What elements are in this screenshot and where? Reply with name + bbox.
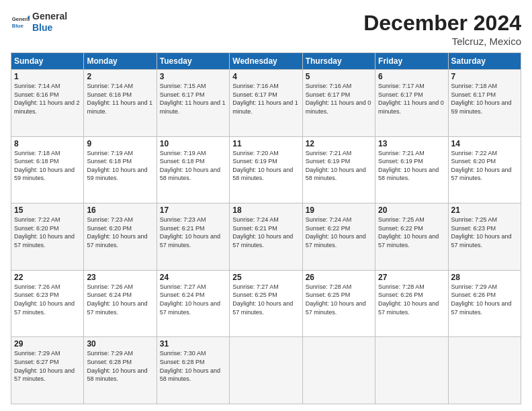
day-info: Sunrise: 7:24 AMSunset: 6:21 PMDaylight:… xyxy=(232,216,293,248)
day-info: Sunrise: 7:26 AMSunset: 6:24 PMDaylight:… xyxy=(87,283,147,316)
day-info: Sunrise: 7:27 AMSunset: 6:25 PMDaylight:… xyxy=(232,283,293,316)
day-cell-21: 21 Sunrise: 7:25 AMSunset: 6:23 PMDaylig… xyxy=(448,203,521,271)
title-block: December 2024 Telcruz, Mexico xyxy=(363,11,521,47)
weekday-header-saturday: Saturday xyxy=(448,53,521,70)
day-number: 13 xyxy=(378,139,445,148)
day-number: 20 xyxy=(378,205,445,215)
day-number: 10 xyxy=(160,139,226,148)
day-cell-3: 3 Sunrise: 7:15 AMSunset: 6:17 PMDayligh… xyxy=(157,70,229,137)
day-info: Sunrise: 7:19 AMSunset: 6:18 PMDaylight:… xyxy=(87,150,147,182)
day-number: 8 xyxy=(14,139,81,148)
day-info: Sunrise: 7:14 AMSunset: 6:16 PMDaylight:… xyxy=(14,83,80,115)
day-info: Sunrise: 7:28 AMSunset: 6:25 PMDaylight:… xyxy=(306,283,366,316)
day-cell-25: 25 Sunrise: 7:27 AMSunset: 6:25 PMDaylig… xyxy=(230,270,302,337)
day-info: Sunrise: 7:25 AMSunset: 6:23 PMDaylight:… xyxy=(451,216,512,248)
day-number: 30 xyxy=(87,339,153,349)
day-number: 6 xyxy=(378,72,445,81)
weekday-header-sunday: Sunday xyxy=(11,53,84,70)
day-cell-26: 26 Sunrise: 7:28 AMSunset: 6:25 PMDaylig… xyxy=(302,270,375,337)
week-row-4: 22 Sunrise: 7:26 AMSunset: 6:23 PMDaylig… xyxy=(11,270,521,337)
day-cell-24: 24 Sunrise: 7:27 AMSunset: 6:24 PMDaylig… xyxy=(157,270,229,337)
day-info: Sunrise: 7:24 AMSunset: 6:22 PMDaylight:… xyxy=(306,216,366,248)
day-number: 21 xyxy=(451,205,518,215)
header: General Blue General Blue December 2024 … xyxy=(11,11,521,47)
day-cell-22: 22 Sunrise: 7:26 AMSunset: 6:23 PMDaylig… xyxy=(11,270,84,337)
day-cell-8: 8 Sunrise: 7:18 AMSunset: 6:18 PMDayligh… xyxy=(11,136,84,203)
day-number: 18 xyxy=(232,205,299,215)
day-info: Sunrise: 7:22 AMSunset: 6:20 PMDaylight:… xyxy=(451,150,512,182)
day-cell-19: 19 Sunrise: 7:24 AMSunset: 6:22 PMDaylig… xyxy=(302,203,375,271)
day-number: 16 xyxy=(87,205,153,215)
day-info: Sunrise: 7:15 AMSunset: 6:17 PMDaylight:… xyxy=(160,83,226,115)
day-number: 25 xyxy=(232,273,299,282)
day-number: 7 xyxy=(451,72,518,81)
day-info: Sunrise: 7:21 AMSunset: 6:19 PMDaylight:… xyxy=(378,150,439,182)
day-number: 14 xyxy=(451,139,518,148)
logo: General Blue General Blue xyxy=(11,11,67,34)
day-cell-4: 4 Sunrise: 7:16 AMSunset: 6:17 PMDayligh… xyxy=(230,70,302,137)
day-number: 9 xyxy=(87,139,153,148)
day-cell-29: 29 Sunrise: 7:29 AMSunset: 6:27 PMDaylig… xyxy=(11,337,84,404)
day-cell-23: 23 Sunrise: 7:26 AMSunset: 6:24 PMDaylig… xyxy=(84,270,157,337)
day-number: 3 xyxy=(160,72,226,81)
day-cell-31: 31 Sunrise: 7:30 AMSunset: 6:28 PMDaylig… xyxy=(157,337,229,404)
day-number: 31 xyxy=(160,339,226,349)
location: Telcruz, Mexico xyxy=(363,36,521,47)
empty-cell xyxy=(448,337,521,404)
day-info: Sunrise: 7:18 AMSunset: 6:18 PMDaylight:… xyxy=(14,150,75,182)
day-number: 17 xyxy=(160,205,226,215)
day-cell-10: 10 Sunrise: 7:19 AMSunset: 6:18 PMDaylig… xyxy=(157,136,229,203)
day-number: 29 xyxy=(14,339,81,349)
day-cell-15: 15 Sunrise: 7:22 AMSunset: 6:20 PMDaylig… xyxy=(11,203,84,271)
day-cell-11: 11 Sunrise: 7:20 AMSunset: 6:19 PMDaylig… xyxy=(230,136,302,203)
day-info: Sunrise: 7:23 AMSunset: 6:20 PMDaylight:… xyxy=(87,216,147,248)
day-cell-16: 16 Sunrise: 7:23 AMSunset: 6:20 PMDaylig… xyxy=(84,203,157,271)
day-info: Sunrise: 7:25 AMSunset: 6:22 PMDaylight:… xyxy=(378,216,439,248)
day-cell-17: 17 Sunrise: 7:23 AMSunset: 6:21 PMDaylig… xyxy=(157,203,229,271)
week-row-3: 15 Sunrise: 7:22 AMSunset: 6:20 PMDaylig… xyxy=(11,203,521,271)
weekday-header-friday: Friday xyxy=(375,53,448,70)
day-info: Sunrise: 7:19 AMSunset: 6:18 PMDaylight:… xyxy=(160,150,220,182)
calendar-page: General Blue General Blue December 2024 … xyxy=(0,0,532,411)
day-info: Sunrise: 7:28 AMSunset: 6:26 PMDaylight:… xyxy=(378,283,439,316)
logo-blue: Blue xyxy=(32,22,67,34)
calendar-table: SundayMondayTuesdayWednesdayThursdayFrid… xyxy=(11,52,521,404)
logo-icon: General Blue xyxy=(11,13,30,32)
day-info: Sunrise: 7:22 AMSunset: 6:20 PMDaylight:… xyxy=(14,216,75,248)
day-info: Sunrise: 7:16 AMSunset: 6:17 PMDaylight:… xyxy=(232,83,298,115)
svg-text:General: General xyxy=(12,16,30,22)
logo-general: General xyxy=(32,11,67,22)
day-info: Sunrise: 7:21 AMSunset: 6:19 PMDaylight:… xyxy=(306,150,366,182)
week-row-5: 29 Sunrise: 7:29 AMSunset: 6:27 PMDaylig… xyxy=(11,337,521,404)
day-number: 4 xyxy=(232,72,299,81)
day-info: Sunrise: 7:29 AMSunset: 6:28 PMDaylight:… xyxy=(87,350,147,382)
day-cell-28: 28 Sunrise: 7:29 AMSunset: 6:26 PMDaylig… xyxy=(448,270,521,337)
weekday-header-tuesday: Tuesday xyxy=(157,53,229,70)
day-info: Sunrise: 7:30 AMSunset: 6:28 PMDaylight:… xyxy=(160,350,220,382)
day-cell-18: 18 Sunrise: 7:24 AMSunset: 6:21 PMDaylig… xyxy=(230,203,302,271)
day-info: Sunrise: 7:18 AMSunset: 6:17 PMDaylight:… xyxy=(451,83,512,115)
day-number: 1 xyxy=(14,72,81,81)
day-info: Sunrise: 7:29 AMSunset: 6:26 PMDaylight:… xyxy=(451,283,512,316)
weekday-header-row: SundayMondayTuesdayWednesdayThursdayFrid… xyxy=(11,53,521,70)
day-cell-14: 14 Sunrise: 7:22 AMSunset: 6:20 PMDaylig… xyxy=(448,136,521,203)
weekday-header-thursday: Thursday xyxy=(302,53,375,70)
day-info: Sunrise: 7:26 AMSunset: 6:23 PMDaylight:… xyxy=(14,283,75,316)
week-row-1: 1 Sunrise: 7:14 AMSunset: 6:16 PMDayligh… xyxy=(11,70,521,137)
day-info: Sunrise: 7:29 AMSunset: 6:27 PMDaylight:… xyxy=(14,350,75,382)
day-number: 11 xyxy=(232,139,299,148)
day-number: 5 xyxy=(306,72,372,81)
empty-cell xyxy=(375,337,448,404)
day-number: 28 xyxy=(451,273,518,282)
day-info: Sunrise: 7:17 AMSunset: 6:17 PMDaylight:… xyxy=(378,83,444,115)
day-info: Sunrise: 7:16 AMSunset: 6:17 PMDaylight:… xyxy=(306,83,371,115)
day-cell-20: 20 Sunrise: 7:25 AMSunset: 6:22 PMDaylig… xyxy=(375,203,448,271)
svg-text:Blue: Blue xyxy=(12,23,24,29)
day-info: Sunrise: 7:27 AMSunset: 6:24 PMDaylight:… xyxy=(160,283,220,316)
day-cell-2: 2 Sunrise: 7:14 AMSunset: 6:16 PMDayligh… xyxy=(84,70,157,137)
day-cell-12: 12 Sunrise: 7:21 AMSunset: 6:19 PMDaylig… xyxy=(302,136,375,203)
day-info: Sunrise: 7:20 AMSunset: 6:19 PMDaylight:… xyxy=(232,150,293,182)
weekday-header-monday: Monday xyxy=(84,53,157,70)
day-cell-13: 13 Sunrise: 7:21 AMSunset: 6:19 PMDaylig… xyxy=(375,136,448,203)
day-cell-9: 9 Sunrise: 7:19 AMSunset: 6:18 PMDayligh… xyxy=(84,136,157,203)
